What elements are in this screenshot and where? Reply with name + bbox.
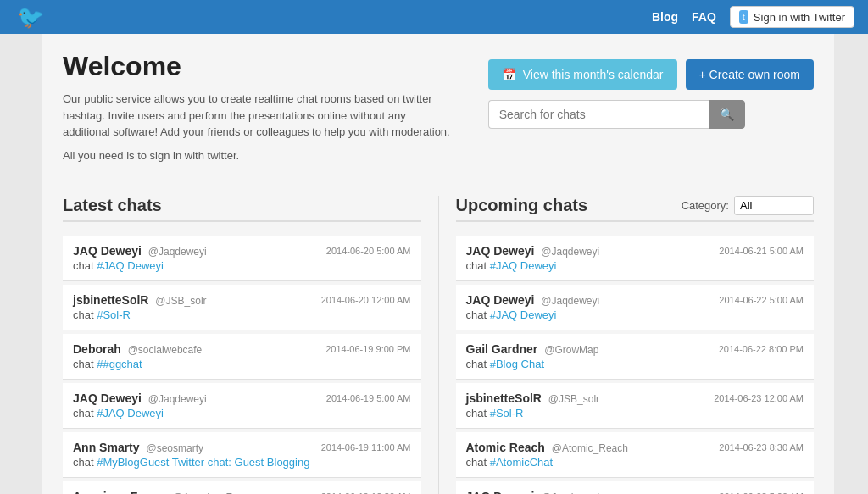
search-row: 🔍 xyxy=(488,100,814,129)
chat-link: chat #Blog Chat xyxy=(466,358,804,370)
list-item: American Frame @AmericanFrame 2014-06-19… xyxy=(63,481,421,494)
chat-user: Gail Gardner @GrowMap xyxy=(466,342,599,356)
chat-date: 2014-06-20 5:00 AM xyxy=(326,246,411,256)
chat-date: 2014-06-23 12:00 AM xyxy=(714,393,804,403)
calendar-button[interactable]: 📅 View this month's calendar xyxy=(488,59,677,90)
welcome-text: Welcome Our public service allows you to… xyxy=(63,51,454,170)
header: 🐦 Blog FAQ t Sign in with Twitter xyxy=(0,0,868,34)
chat-date: 2014-06-22 8:00 PM xyxy=(719,344,804,354)
right-sidebar xyxy=(834,34,868,494)
chat-user: Ann Smarty @seosmarty xyxy=(73,441,203,454)
chat-hashtag-link[interactable]: #Blog Chat xyxy=(490,358,544,370)
chat-label: chat xyxy=(73,308,94,321)
chat-handle: @Atomic_Reach xyxy=(552,442,628,454)
signin-button[interactable]: t Sign in with Twitter xyxy=(730,6,854,28)
sidebar-left xyxy=(0,34,42,494)
chat-handle: @JSB_solr xyxy=(548,393,599,405)
search-button[interactable]: 🔍 xyxy=(709,100,745,129)
list-item: JAQ Deweyi @Jaqdeweyi 2014-06-20 5:00 AM… xyxy=(63,236,421,281)
upcoming-chats-title: Upcoming chats xyxy=(456,196,588,215)
chat-hashtag-link[interactable]: #AtomicChat xyxy=(490,456,553,469)
welcome-desc2: All you need is to sign in with twitter. xyxy=(63,147,454,164)
chat-user: JAQ Deweyi @Jaqdeweyi xyxy=(466,293,600,307)
content: Welcome Our public service allows you to… xyxy=(42,34,834,494)
latest-chats-list: JAQ Deweyi @Jaqdeweyi 2014-06-20 5:00 AM… xyxy=(63,236,421,494)
chat-label: chat xyxy=(466,407,487,419)
upcoming-chats-list: JAQ Deweyi @Jaqdeweyi 2014-06-21 5:00 AM… xyxy=(456,236,815,494)
chat-link: chat #AtomicChat xyxy=(466,456,804,469)
chat-hashtag-link[interactable]: #JAQ Deweyi xyxy=(97,407,164,419)
chat-label: chat xyxy=(466,456,487,469)
list-item: Deborah @socialwebcafe 2014-06-19 9:00 P… xyxy=(63,334,421,380)
chat-handle: @Jaqdeweyi xyxy=(541,295,599,307)
chat-user: Deborah @socialwebcafe xyxy=(73,342,202,356)
latest-chats-column: Latest chats JAQ Deweyi @Jaqdeweyi 2014-… xyxy=(63,196,421,494)
chat-hashtag-link[interactable]: #Sol-R xyxy=(97,308,131,321)
chat-link: chat #MyBlogGuest Twitter chat: Guest Bl… xyxy=(73,456,411,469)
chat-handle: @Jaqdeweyi xyxy=(541,246,599,258)
chat-user: Atomic Reach @Atomic_Reach xyxy=(466,441,628,454)
list-item: jsbinetteSolR @JSB_solr 2014-06-23 12:00… xyxy=(456,383,815,429)
chat-handle: @JSB_solr xyxy=(155,295,206,307)
welcome-title: Welcome xyxy=(63,51,454,82)
upcoming-header: Upcoming chats Category: AllTechnologyMa… xyxy=(456,196,815,222)
chat-link: chat #JAQ Deweyi xyxy=(73,407,411,419)
chat-handle: @socialwebcafe xyxy=(128,344,203,356)
create-room-label: + Create own room xyxy=(699,68,800,81)
list-item: JAQ Deweyi @Jaqdeweyi 2014-06-21 5:00 AM… xyxy=(456,236,815,281)
chat-user: American Frame @AmericanFrame xyxy=(73,490,255,494)
chats-section: Latest chats JAQ Deweyi @Jaqdeweyi 2014-… xyxy=(63,196,814,494)
calendar-icon: 📅 xyxy=(502,68,516,81)
chat-handle: @seosmarty xyxy=(146,442,203,454)
upcoming-chats-column: Upcoming chats Category: AllTechnologyMa… xyxy=(456,196,815,494)
chat-date: 2014-06-21 5:00 AM xyxy=(719,246,804,256)
chat-handle: @Jaqdeweyi xyxy=(148,393,207,405)
create-room-button[interactable]: + Create own room xyxy=(686,59,814,90)
nav-faq[interactable]: FAQ xyxy=(692,10,716,24)
chat-label: chat xyxy=(73,259,94,272)
chat-link: chat #Sol-R xyxy=(466,407,804,419)
chat-hashtag-link[interactable]: ##ggchat xyxy=(97,358,142,370)
chat-user: JAQ Deweyi @Jaqdeweyi xyxy=(466,490,600,494)
chat-date: 2014-06-23 8:30 AM xyxy=(719,442,804,452)
list-item: JAQ Deweyi @Jaqdeweyi 2014-06-19 5:00 AM… xyxy=(63,383,421,429)
chat-hashtag-link[interactable]: #Sol-R xyxy=(490,407,524,419)
twitter-icon: t xyxy=(739,10,748,24)
main: Welcome Our public service allows you to… xyxy=(0,34,868,494)
chat-label: chat xyxy=(466,259,487,272)
latest-chats-title: Latest chats xyxy=(63,196,421,222)
search-icon: 🔍 xyxy=(720,108,734,121)
welcome-desc1: Our public service allows you to create … xyxy=(63,91,454,141)
chat-label: chat xyxy=(466,358,487,370)
chat-link: chat ##ggchat xyxy=(73,358,411,370)
chat-link: chat #JAQ Deweyi xyxy=(466,308,804,321)
chat-user: jsbinetteSolR @JSB_solr xyxy=(73,293,207,307)
welcome-section: Welcome Our public service allows you to… xyxy=(63,51,814,170)
category-label: Category: xyxy=(682,199,729,212)
search-input[interactable] xyxy=(488,100,709,129)
chat-user: JAQ Deweyi @Jaqdeweyi xyxy=(73,391,207,405)
chat-date: 2014-06-19 5:00 AM xyxy=(326,393,411,403)
signin-label: Sign in with Twitter xyxy=(754,11,845,24)
svg-text:🐦: 🐦 xyxy=(17,3,45,31)
chat-user: JAQ Deweyi @Jaqdeweyi xyxy=(466,244,600,258)
chat-date: 2014-06-19 11:00 AM xyxy=(321,442,411,452)
chat-hashtag-link[interactable]: #JAQ Deweyi xyxy=(490,308,557,321)
list-item: jsbinetteSolR @JSB_solr 2014-06-20 12:00… xyxy=(63,285,421,330)
chat-link: chat #Sol-R xyxy=(73,308,411,321)
action-buttons: 📅 View this month's calendar + Create ow… xyxy=(488,59,814,90)
list-item: Atomic Reach @Atomic_Reach 2014-06-23 8:… xyxy=(456,432,815,478)
chat-handle: @GrowMap xyxy=(544,344,598,356)
nav-blog[interactable]: Blog xyxy=(652,10,678,24)
category-select[interactable]: AllTechnologyMarketingBusinessEducation xyxy=(734,196,814,215)
chat-label: chat xyxy=(466,308,487,321)
chat-hashtag-link[interactable]: #JAQ Deweyi xyxy=(490,259,557,272)
list-item: Gail Gardner @GrowMap 2014-06-22 8:00 PM… xyxy=(456,334,815,380)
chat-date: 2014-06-22 5:00 AM xyxy=(719,295,804,305)
chat-hashtag-link[interactable]: #MyBlogGuest Twitter chat: Guest Bloggin… xyxy=(97,456,309,469)
chat-label: chat xyxy=(73,358,94,370)
chat-link: chat #JAQ Deweyi xyxy=(466,259,804,272)
chat-date: 2014-06-19 9:00 PM xyxy=(326,344,410,354)
nav-links: Blog FAQ t Sign in with Twitter xyxy=(652,6,854,28)
chat-hashtag-link[interactable]: #JAQ Deweyi xyxy=(97,259,164,272)
